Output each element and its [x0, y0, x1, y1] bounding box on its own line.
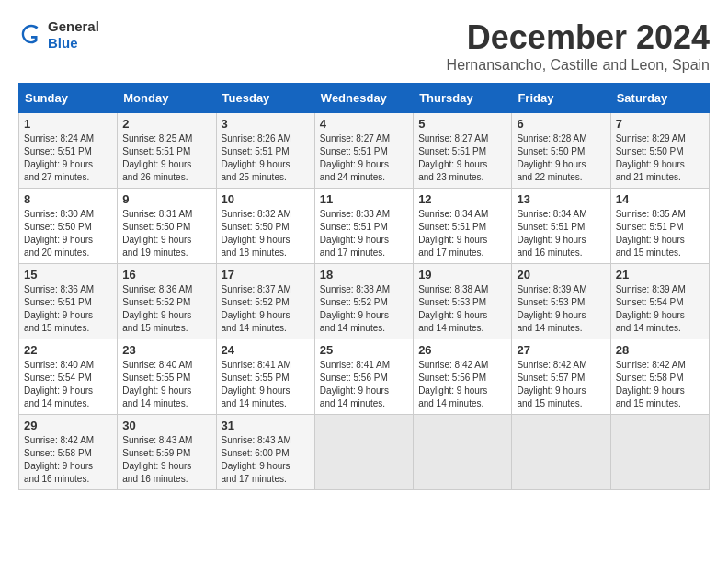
day-number: 26: [418, 343, 506, 357]
calendar-cell: 8Sunrise: 8:30 AMSunset: 5:50 PMDaylight…: [19, 189, 118, 264]
day-number: 29: [24, 419, 112, 432]
calendar-cell: 21Sunrise: 8:39 AMSunset: 5:54 PMDayligh…: [610, 264, 709, 339]
day-number: 14: [616, 192, 704, 206]
day-number: 18: [320, 268, 408, 282]
calendar-cell: 17Sunrise: 8:37 AMSunset: 5:52 PMDayligh…: [216, 264, 314, 339]
weekday-header-wednesday: Wednesday: [314, 84, 413, 113]
day-info: Sunrise: 8:39 AMSunset: 5:54 PMDaylight:…: [616, 283, 704, 335]
calendar-cell: 23Sunrise: 8:40 AMSunset: 5:55 PMDayligh…: [118, 339, 216, 415]
day-info: Sunrise: 8:42 AMSunset: 5:58 PMDaylight:…: [616, 359, 704, 410]
calendar-cell: 30Sunrise: 8:43 AMSunset: 5:59 PMDayligh…: [118, 415, 216, 490]
calendar-cell: 14Sunrise: 8:35 AMSunset: 5:51 PMDayligh…: [610, 189, 709, 264]
day-number: 6: [517, 117, 605, 131]
calendar-cell: 10Sunrise: 8:32 AMSunset: 5:50 PMDayligh…: [216, 189, 314, 264]
calendar-cell: [314, 415, 413, 490]
day-info: Sunrise: 8:39 AMSunset: 5:53 PMDaylight:…: [517, 283, 605, 335]
calendar-cell: 6Sunrise: 8:28 AMSunset: 5:50 PMDaylight…: [512, 113, 610, 189]
day-number: 2: [122, 117, 210, 131]
day-info: Sunrise: 8:36 AMSunset: 5:51 PMDaylight:…: [24, 283, 112, 335]
weekday-header-friday: Friday: [512, 84, 610, 113]
location-title: Hernansancho, Castille and Leon, Spain: [447, 57, 710, 74]
day-info: Sunrise: 8:26 AMSunset: 5:51 PMDaylight:…: [222, 132, 310, 184]
day-info: Sunrise: 8:30 AMSunset: 5:50 PMDaylight:…: [24, 208, 112, 259]
calendar-cell: 27Sunrise: 8:42 AMSunset: 5:57 PMDayligh…: [512, 339, 610, 415]
weekday-header-saturday: Saturday: [610, 84, 709, 113]
day-number: 4: [320, 117, 408, 131]
day-number: 5: [418, 117, 506, 131]
calendar-week-row: 15Sunrise: 8:36 AMSunset: 5:51 PMDayligh…: [19, 264, 710, 339]
day-number: 16: [122, 268, 210, 282]
month-title: December 2024: [447, 18, 710, 57]
calendar-cell: 4Sunrise: 8:27 AMSunset: 5:51 PMDaylight…: [314, 113, 413, 189]
day-info: Sunrise: 8:43 AMSunset: 6:00 PMDaylight:…: [222, 434, 310, 486]
calendar-cell: 18Sunrise: 8:38 AMSunset: 5:52 PMDayligh…: [314, 264, 413, 339]
calendar-cell: [610, 415, 709, 490]
day-info: Sunrise: 8:35 AMSunset: 5:51 PMDaylight:…: [616, 208, 704, 259]
calendar-cell: 26Sunrise: 8:42 AMSunset: 5:56 PMDayligh…: [414, 339, 512, 415]
day-info: Sunrise: 8:40 AMSunset: 5:55 PMDaylight:…: [122, 359, 210, 410]
day-number: 31: [222, 419, 310, 432]
calendar-cell: 15Sunrise: 8:36 AMSunset: 5:51 PMDayligh…: [19, 264, 118, 339]
day-info: Sunrise: 8:24 AMSunset: 5:51 PMDaylight:…: [24, 132, 112, 184]
day-number: 7: [616, 117, 704, 131]
calendar-table: SundayMondayTuesdayWednesdayThursdayFrid…: [18, 83, 710, 490]
day-info: Sunrise: 8:29 AMSunset: 5:50 PMDaylight:…: [616, 132, 704, 184]
day-number: 9: [122, 192, 210, 206]
day-number: 8: [24, 192, 112, 206]
weekday-header-tuesday: Tuesday: [216, 84, 314, 113]
day-info: Sunrise: 8:42 AMSunset: 5:57 PMDaylight:…: [517, 359, 605, 410]
day-number: 28: [616, 343, 704, 357]
calendar-cell: 19Sunrise: 8:38 AMSunset: 5:53 PMDayligh…: [414, 264, 512, 339]
day-number: 12: [418, 192, 506, 206]
title-area: December 2024 Hernansancho, Castille and…: [447, 18, 710, 74]
day-info: Sunrise: 8:41 AMSunset: 5:55 PMDaylight:…: [222, 359, 310, 410]
day-info: Sunrise: 8:41 AMSunset: 5:56 PMDaylight:…: [320, 359, 408, 410]
weekday-header-thursday: Thursday: [414, 84, 512, 113]
calendar-week-row: 1Sunrise: 8:24 AMSunset: 5:51 PMDaylight…: [19, 113, 710, 189]
day-number: 20: [517, 268, 605, 282]
day-number: 27: [517, 343, 605, 357]
calendar-cell: 25Sunrise: 8:41 AMSunset: 5:56 PMDayligh…: [314, 339, 413, 415]
day-number: 17: [222, 268, 310, 282]
day-info: Sunrise: 8:37 AMSunset: 5:52 PMDaylight:…: [222, 283, 310, 335]
calendar-cell: 28Sunrise: 8:42 AMSunset: 5:58 PMDayligh…: [610, 339, 709, 415]
day-info: Sunrise: 8:40 AMSunset: 5:54 PMDaylight:…: [24, 359, 112, 410]
calendar-week-row: 8Sunrise: 8:30 AMSunset: 5:50 PMDaylight…: [19, 189, 710, 264]
page-header: General Blue December 2024 Hernansancho,…: [18, 18, 710, 74]
day-number: 30: [122, 419, 210, 432]
day-info: Sunrise: 8:38 AMSunset: 5:52 PMDaylight:…: [320, 283, 408, 335]
day-info: Sunrise: 8:25 AMSunset: 5:51 PMDaylight:…: [122, 132, 210, 184]
calendar-cell: 20Sunrise: 8:39 AMSunset: 5:53 PMDayligh…: [512, 264, 610, 339]
calendar-cell: 12Sunrise: 8:34 AMSunset: 5:51 PMDayligh…: [414, 189, 512, 264]
day-info: Sunrise: 8:34 AMSunset: 5:51 PMDaylight:…: [418, 208, 506, 259]
day-number: 22: [24, 343, 112, 357]
day-info: Sunrise: 8:33 AMSunset: 5:51 PMDaylight:…: [320, 208, 408, 259]
weekday-header-sunday: Sunday: [19, 84, 118, 113]
day-number: 21: [616, 268, 704, 282]
calendar-cell: 13Sunrise: 8:34 AMSunset: 5:51 PMDayligh…: [512, 189, 610, 264]
day-number: 10: [222, 192, 310, 206]
calendar-cell: 22Sunrise: 8:40 AMSunset: 5:54 PMDayligh…: [19, 339, 118, 415]
day-number: 25: [320, 343, 408, 357]
day-number: 15: [24, 268, 112, 282]
logo-text: General Blue: [48, 18, 99, 52]
day-number: 13: [517, 192, 605, 206]
calendar-cell: 16Sunrise: 8:36 AMSunset: 5:52 PMDayligh…: [118, 264, 216, 339]
calendar-cell: 2Sunrise: 8:25 AMSunset: 5:51 PMDaylight…: [118, 113, 216, 189]
calendar-cell: 11Sunrise: 8:33 AMSunset: 5:51 PMDayligh…: [314, 189, 413, 264]
weekday-header-row: SundayMondayTuesdayWednesdayThursdayFrid…: [19, 84, 710, 113]
day-info: Sunrise: 8:34 AMSunset: 5:51 PMDaylight:…: [517, 208, 605, 259]
calendar-cell: 5Sunrise: 8:27 AMSunset: 5:51 PMDaylight…: [414, 113, 512, 189]
day-info: Sunrise: 8:32 AMSunset: 5:50 PMDaylight:…: [222, 208, 310, 259]
day-info: Sunrise: 8:43 AMSunset: 5:59 PMDaylight:…: [122, 434, 210, 486]
calendar-week-row: 22Sunrise: 8:40 AMSunset: 5:54 PMDayligh…: [19, 339, 710, 415]
calendar-cell: 9Sunrise: 8:31 AMSunset: 5:50 PMDaylight…: [118, 189, 216, 264]
day-number: 11: [320, 192, 408, 206]
calendar-cell: 1Sunrise: 8:24 AMSunset: 5:51 PMDaylight…: [19, 113, 118, 189]
calendar-cell: 31Sunrise: 8:43 AMSunset: 6:00 PMDayligh…: [216, 415, 314, 490]
day-info: Sunrise: 8:42 AMSunset: 5:56 PMDaylight:…: [418, 359, 506, 410]
day-number: 24: [222, 343, 310, 357]
calendar-cell: 29Sunrise: 8:42 AMSunset: 5:58 PMDayligh…: [19, 415, 118, 490]
weekday-header-monday: Monday: [118, 84, 216, 113]
calendar-cell: 7Sunrise: 8:29 AMSunset: 5:50 PMDaylight…: [610, 113, 709, 189]
